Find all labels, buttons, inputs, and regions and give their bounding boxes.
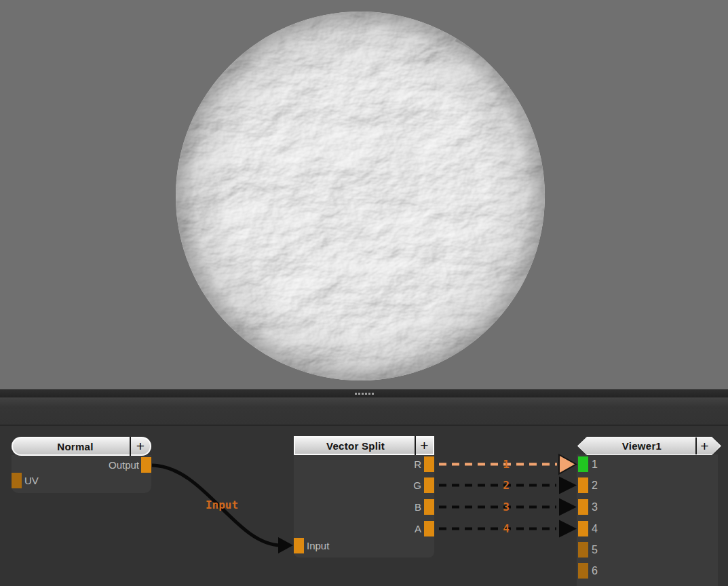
port-r[interactable] [424,456,434,472]
node-normal: Normal + Output UV [12,437,151,494]
add-port-button[interactable]: + [416,436,433,455]
port-6[interactable] [578,563,588,579]
material-maker-window: Normal + Output UV Vector Split + R G B … [0,0,728,586]
port-1-label: 1 [592,456,598,472]
port-4[interactable] [578,521,588,536]
port-g-label: G [381,477,421,493]
node-normal-header[interactable]: Normal + [12,437,151,456]
port-1[interactable] [578,456,588,472]
node-vector-split-header[interactable]: Vector Split + [294,436,434,455]
port-input-label: Input [307,538,329,553]
port-g[interactable] [424,477,434,493]
node-viewer1: Viewer1 + 1 2 3 4 5 6 [577,437,721,586]
node-viewer1-header[interactable]: Viewer1 + [577,437,721,455]
port-4-label: 4 [592,521,598,536]
port-5-label: 5 [592,542,598,558]
port-6-label: 6 [592,563,598,579]
port-2[interactable] [578,477,588,493]
port-b-label: B [381,499,421,515]
port-2-label: 2 [592,477,598,493]
node-viewer1-body[interactable] [577,454,718,586]
port-b[interactable] [424,499,434,515]
add-port-button[interactable]: + [131,437,150,456]
port-3[interactable] [578,499,588,515]
port-a[interactable] [424,521,434,536]
node-title: Normal [21,437,130,456]
port-5[interactable] [578,542,588,558]
port-output-label: Output [66,457,139,473]
port-input[interactable] [294,538,304,553]
port-a-label: A [381,521,421,536]
graph-panel-header-band [0,397,728,425]
port-3-label: 3 [592,499,598,515]
port-uv[interactable] [12,473,22,488]
add-port-button[interactable]: + [697,437,712,455]
splitter-handle-icon [355,393,374,395]
node-title: Viewer1 [588,437,695,455]
port-uv-label: UV [24,473,39,488]
node-vector-split: Vector Split + R G B A Input [294,436,434,558]
node-title: Vector Split [296,436,415,455]
port-r-label: R [381,456,421,472]
panel-splitter[interactable] [0,389,728,397]
preview-3d-viewport[interactable] [0,0,728,389]
port-output[interactable] [141,457,151,473]
